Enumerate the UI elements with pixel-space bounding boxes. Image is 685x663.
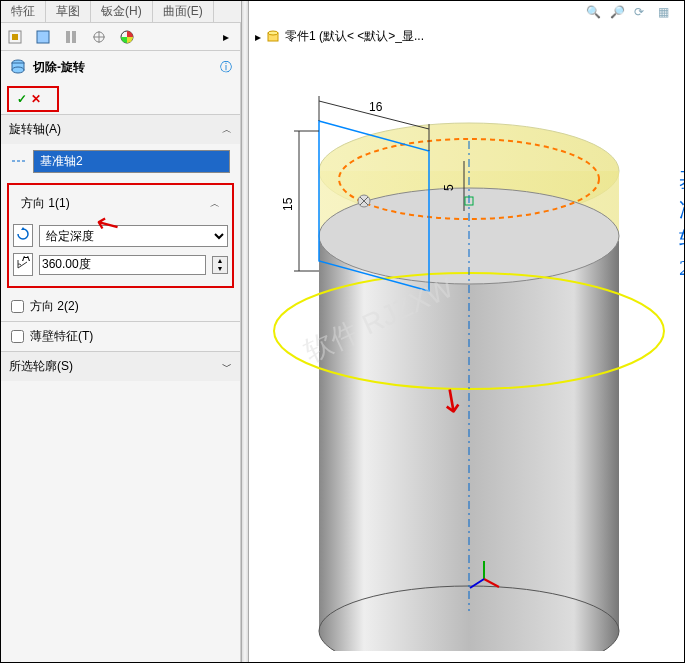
spinner-up-button[interactable]: ▲ xyxy=(213,257,227,265)
zoom-window-icon[interactable]: 🔎 xyxy=(610,5,628,23)
tab-sheetmetal[interactable]: 钣金(H) xyxy=(91,1,153,22)
panel-divider[interactable] xyxy=(241,1,249,663)
section-title-dir1: 方向 1(1) xyxy=(21,195,70,212)
svg-rect-4 xyxy=(72,31,76,43)
rotation-axis-input[interactable]: 基准轴2 xyxy=(33,150,230,173)
section-contour: 所选轮廓(S) ﹀ xyxy=(1,351,240,381)
viewport-toolbar: 🔍 🔎 ⟳ ▦ xyxy=(586,5,676,23)
part-icon xyxy=(265,27,281,46)
feature-title: 切除-旋转 xyxy=(33,59,85,76)
expand-tree-icon[interactable]: ▸ xyxy=(255,30,261,44)
dim-side: 15 xyxy=(281,197,295,211)
cancel-button[interactable]: ✕ xyxy=(31,92,41,106)
axis-callout-label: 基准轴2 xyxy=(679,165,685,281)
svg-point-15 xyxy=(268,31,278,35)
tab-feature[interactable]: 特征 xyxy=(1,1,46,22)
model-rendering: 16 15 5 xyxy=(259,71,679,651)
angle-icon: A1 xyxy=(13,253,33,276)
chevron-down-icon: ﹀ xyxy=(222,360,232,374)
tab-appearance-icon[interactable] xyxy=(117,27,137,47)
section-rotation-axis: 旋转轴(A) ︿ 基准轴2 xyxy=(1,114,240,179)
chevron-up-icon: ︿ xyxy=(210,197,220,211)
section-header-contour[interactable]: 所选轮廓(S) ﹀ xyxy=(1,352,240,381)
ok-button[interactable]: ✓ xyxy=(17,92,27,106)
direction2-row: 方向 2(2) xyxy=(1,292,240,321)
tab-property-icon[interactable] xyxy=(33,27,53,47)
thin-feature-checkbox[interactable] xyxy=(11,330,24,343)
graphics-viewport[interactable]: 🔍 🔎 ⟳ ▦ ▸ 零件1 (默认< <默认>_显... xyxy=(249,1,684,662)
angle-input[interactable] xyxy=(39,255,206,275)
svg-rect-1 xyxy=(12,34,18,40)
svg-rect-3 xyxy=(66,31,70,43)
angle-spinner: ▲ ▼ xyxy=(212,256,228,274)
svg-point-11 xyxy=(12,67,24,73)
spinner-down-button[interactable]: ▼ xyxy=(213,265,227,273)
section-header-dir1[interactable]: 方向 1(1) ︿ xyxy=(13,189,228,218)
cut-revolve-icon xyxy=(9,57,27,78)
svg-text:A1: A1 xyxy=(22,256,30,264)
reverse-direction-icon[interactable] xyxy=(13,224,33,247)
zoom-fit-icon[interactable]: 🔍 xyxy=(586,5,604,23)
direction2-checkbox[interactable] xyxy=(11,300,24,313)
rotate-view-icon[interactable]: ⟳ xyxy=(634,5,652,23)
confirm-cancel-annotation: ✓ ✕ xyxy=(7,86,59,112)
dim-top: 16 xyxy=(369,100,383,114)
ribbon-tabs: 特征 草图 钣金(H) 曲面(E) xyxy=(1,1,241,23)
tab-feature-tree-icon[interactable] xyxy=(5,27,25,47)
section-title-axis: 旋转轴(A) xyxy=(9,121,61,138)
tab-sketch[interactable]: 草图 xyxy=(46,1,91,22)
part-name: 零件1 (默认< <默认>_显... xyxy=(285,28,424,45)
section-view-icon[interactable]: ▦ xyxy=(658,5,676,23)
section-title-contour: 所选轮廓(S) xyxy=(9,358,73,375)
panel-tab-toolbar: ▸ xyxy=(1,23,240,51)
axis-line-icon xyxy=(11,155,27,169)
thin-feature-row: 薄壁特征(T) xyxy=(1,321,240,351)
feature-header: 切除-旋转 ⓘ xyxy=(1,51,240,84)
dim-small: 5 xyxy=(442,184,456,191)
tab-dimxpert-icon[interactable] xyxy=(89,27,109,47)
section-header-axis[interactable]: 旋转轴(A) ︿ xyxy=(1,115,240,144)
thin-feature-label: 薄壁特征(T) xyxy=(30,328,93,345)
svg-rect-2 xyxy=(37,31,49,43)
feature-tree-flyout[interactable]: ▸ 零件1 (默认< <默认>_显... xyxy=(255,27,424,46)
direction2-label: 方向 2(2) xyxy=(30,298,79,315)
tab-config-icon[interactable] xyxy=(61,27,81,47)
direction-type-select[interactable]: 给定深度 xyxy=(39,225,228,247)
chevron-up-icon: ︿ xyxy=(222,123,232,137)
property-panel: ▸ 切除-旋转 ⓘ ✓ ✕ 旋转轴(A) ︿ 基准轴2 ↖ 方向 1(1) ︿ xyxy=(1,23,241,663)
help-icon[interactable]: ⓘ xyxy=(220,59,232,76)
expand-arrow-icon[interactable]: ▸ xyxy=(216,27,236,47)
tab-surface[interactable]: 曲面(E) xyxy=(153,1,214,22)
